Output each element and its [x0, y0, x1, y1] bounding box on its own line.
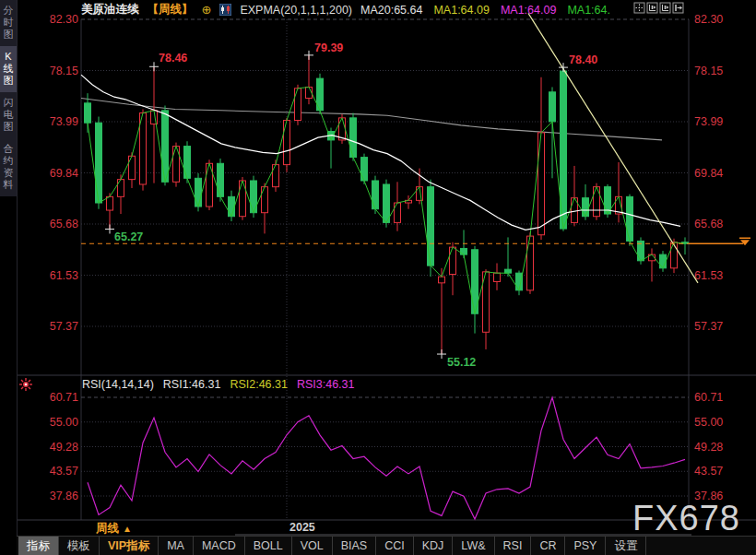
ma-value-3: MA1:64.: [567, 4, 610, 17]
tab-LW&[interactable]: LW&: [453, 537, 494, 555]
y-axis-label-left: 82.30: [50, 13, 78, 26]
candle-body[interactable]: [195, 178, 202, 207]
tab-MACD[interactable]: MACD: [194, 537, 245, 555]
price-annotation: 78.40: [569, 53, 597, 66]
period-selector[interactable]: 周线▲: [96, 521, 132, 537]
candle-body[interactable]: [450, 247, 456, 274]
trendline[interactable]: [528, 13, 698, 283]
y-axis-label-right: 65.68: [694, 218, 723, 230]
candle-body[interactable]: [350, 118, 357, 158]
tab-MA[interactable]: MA: [159, 537, 194, 555]
candle-body[interactable]: [527, 236, 534, 290]
instrument-title: 美原油连续: [81, 2, 139, 18]
candle-body[interactable]: [96, 123, 102, 203]
candle-body[interactable]: [671, 242, 678, 268]
rsi2-value: RSI2:46.31: [230, 378, 288, 391]
add-indicator-icon[interactable]: ⊕: [202, 3, 212, 17]
sidebar-tab-2[interactable]: 闪电图: [0, 92, 17, 138]
tab-VIP指标[interactable]: VIP指标: [100, 537, 159, 555]
candle-body[interactable]: [262, 187, 268, 213]
rsi-axis-label-right: 60.71: [694, 391, 723, 404]
tab-CCI[interactable]: CCI: [376, 537, 414, 555]
sidebar-tab-1[interactable]: K线图: [0, 46, 17, 92]
candle-body[interactable]: [538, 133, 545, 235]
y-axis-label-right: 57.37: [694, 320, 723, 333]
candle-body[interactable]: [660, 254, 667, 268]
sidebar-tab-0[interactable]: 分时图: [0, 0, 17, 46]
price-marker-icon[interactable]: [740, 240, 750, 245]
candle-body[interactable]: [118, 180, 124, 197]
chart-canvas[interactable]: 82.3082.3078.1578.1573.9973.9969.8469.84…: [0, 0, 756, 555]
candle-body[interactable]: [549, 92, 556, 122]
rsi3-value: RSI3:46.31: [297, 378, 355, 391]
candle-body[interactable]: [162, 111, 169, 182]
tab-CR[interactable]: CR: [531, 537, 565, 555]
candle-body[interactable]: [273, 165, 279, 187]
tab-模板[interactable]: 模板: [59, 537, 100, 555]
y-axis-label-left: 73.99: [50, 115, 78, 128]
candle-body[interactable]: [505, 269, 512, 273]
candle-body[interactable]: [229, 196, 235, 216]
y-axis-label-left: 65.68: [50, 218, 78, 230]
tab-RSI[interactable]: RSI: [495, 537, 532, 555]
indicator-burst-icon: [25, 384, 28, 386]
candle-body[interactable]: [494, 273, 501, 281]
indicator-burst-icon[interactable]: [29, 380, 30, 382]
period-label-text: 周线: [96, 522, 119, 535]
rsi1-value: RSI1:46.31: [163, 378, 221, 391]
sidebar-tab-3[interactable]: 合约资料: [0, 138, 17, 196]
candle-body[interactable]: [184, 147, 191, 179]
candle-body[interactable]: [295, 89, 301, 121]
candle-body[interactable]: [439, 277, 445, 283]
candle-body[interactable]: [395, 203, 401, 222]
y-axis-label-right: 82.30: [694, 13, 723, 26]
candle-body[interactable]: [372, 181, 379, 209]
candle-body[interactable]: [384, 184, 390, 222]
candle-body[interactable]: [129, 156, 136, 179]
candlestick-chart-icon: [219, 4, 231, 17]
tab-PSY[interactable]: PSY: [565, 537, 606, 555]
price-annotation: 78.46: [159, 52, 187, 65]
indicator-burst-icon[interactable]: [21, 387, 23, 389]
x-axis-year-label: 2025: [289, 521, 315, 534]
rsi-indicator-label: RSI(14,14,14): [82, 378, 154, 391]
indicator-burst-icon[interactable]: [29, 387, 30, 389]
indicator-tab-bar: 指标模板VIP指标MAMACDBOLLVOLBIASCCIKDJLW&RSICR…: [17, 536, 756, 555]
rsi-axis-label-right: 43.57: [694, 465, 723, 478]
candle-body[interactable]: [85, 103, 91, 123]
price-annotation: 65.27: [114, 230, 143, 243]
tab-BIAS[interactable]: BIAS: [333, 537, 377, 555]
tab-BOLL[interactable]: BOLL: [245, 537, 292, 555]
candle-body[interactable]: [428, 187, 434, 266]
tab-KDJ[interactable]: KDJ: [414, 537, 454, 555]
candle-body[interactable]: [107, 196, 113, 210]
rsi-axis-label-left: 49.28: [50, 441, 78, 454]
indicator-label: EXPMA(20,1,1,1,200): [240, 4, 352, 17]
ma-value-0: MA20:65.64: [360, 4, 422, 17]
candle-body[interactable]: [284, 121, 290, 165]
y-axis-label-left: 57.37: [50, 320, 78, 333]
rsi-axis-label-left: 55.00: [50, 416, 78, 429]
candle-body[interactable]: [627, 196, 633, 241]
tab-VOL[interactable]: VOL: [292, 537, 333, 555]
y-axis-label-right: 73.99: [694, 115, 723, 128]
rsi-axis-label-left: 60.71: [50, 391, 78, 404]
y-axis-label-left: 61.53: [50, 269, 78, 282]
candle-body[interactable]: [516, 273, 523, 290]
price-annotation: 79.39: [314, 41, 343, 54]
candle-body[interactable]: [583, 198, 589, 217]
rsi-axis-label-left: 43.57: [50, 465, 78, 478]
tab-指标[interactable]: 指标: [18, 537, 59, 555]
candle-body[interactable]: [140, 113, 147, 184]
tab-设置[interactable]: 设置: [606, 537, 646, 555]
indicator-burst-icon[interactable]: [21, 380, 23, 382]
y-axis-label-left: 69.84: [50, 167, 78, 180]
rsi-line: [88, 397, 685, 519]
candle-body[interactable]: [461, 248, 467, 254]
rsi-header: RSI(14,14,14) RSI1:46.31 RSI2:46.31 RSI3…: [82, 378, 354, 391]
candle-body[interactable]: [361, 158, 368, 181]
ma-values: MA20:65.64MA1:64.09MA1:64.09MA1:64.: [360, 4, 610, 17]
candle-body[interactable]: [218, 163, 224, 196]
ma-value-2: MA1:64.09: [501, 4, 556, 17]
period-arrow-icon: ▲: [123, 524, 132, 534]
